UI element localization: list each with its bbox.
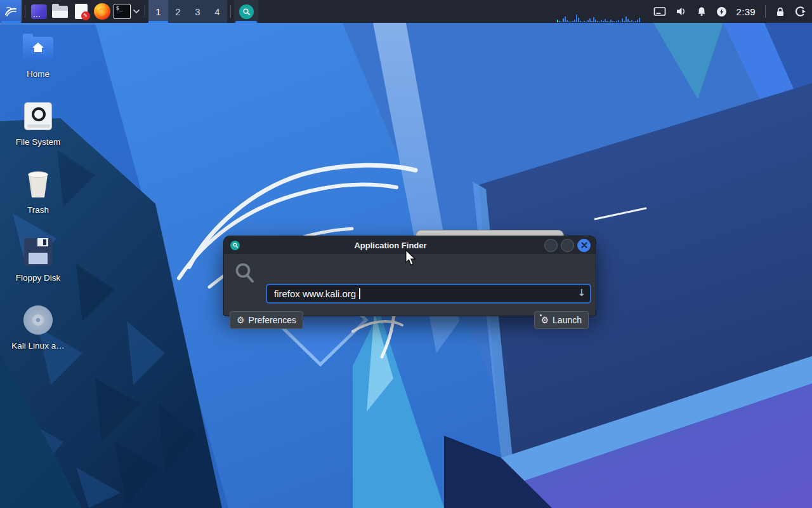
net-graph-bar [570, 22, 572, 22]
file-system-drive-icon [24, 102, 52, 130]
net-graph-bar [624, 21, 625, 22]
desktop-icon-label: Trash [8, 205, 69, 215]
net-graph-bar [612, 21, 613, 22]
workspace-button-4[interactable]: 4 [207, 0, 227, 23]
net-graph-bar [627, 19, 629, 22]
net-graph-bar [589, 18, 591, 22]
net-graph-bar [639, 18, 640, 22]
net-graph-bar [580, 21, 581, 22]
firefox-icon [94, 3, 110, 20]
desktop-icon-trash[interactable]: Trash [8, 169, 69, 215]
net-graph-bar [608, 22, 610, 22]
desktop-icon-kali-cd[interactable]: Kali Linux a… [8, 305, 69, 351]
panel-separator [145, 5, 145, 18]
close-button[interactable] [577, 239, 591, 252]
workspace-button-1[interactable]: 1 [148, 0, 168, 23]
net-graph-bar [587, 20, 589, 22]
launch-button[interactable]: ⚙ Launch [534, 311, 589, 329]
net-graph-bar [620, 22, 621, 22]
notifications-bell-icon[interactable] [697, 6, 707, 17]
text-caret [359, 288, 360, 299]
desktop-icon-label: Floppy Disk [8, 273, 69, 283]
applications-menu-button[interactable] [0, 0, 22, 23]
terminal-icon: $_ [114, 4, 131, 19]
net-graph-bar [625, 17, 627, 22]
mouse-cursor [405, 250, 417, 266]
net-graph-bar [557, 20, 558, 22]
net-graph-bar [591, 21, 593, 22]
close-icon [581, 242, 587, 248]
workspace-button-3[interactable]: 3 [188, 0, 207, 23]
trash-can-icon [24, 170, 52, 199]
launcher-window-app[interactable] [29, 0, 49, 23]
window-icon [230, 241, 240, 250]
kali-logo-icon [3, 4, 18, 19]
dropdown-arrow-icon[interactable]: ↓ [577, 287, 586, 298]
desktop-icon-home[interactable]: Home [8, 33, 69, 79]
launch-label: Launch [553, 315, 582, 325]
net-graph-bar [635, 21, 636, 22]
launcher-file-manager[interactable] [49, 0, 70, 23]
net-graph-bar [633, 22, 634, 22]
net-graph-bar [561, 22, 562, 22]
system-tray: 2:39 [653, 0, 812, 23]
net-graph-bar [565, 17, 566, 22]
workspace-button-2[interactable]: 2 [168, 0, 188, 23]
file-manager-icon [52, 6, 68, 18]
top-panel: ✎ $_ 1 2 3 4 [0, 0, 812, 23]
network-monitor-graph [557, 13, 642, 22]
preferences-label: Preferences [249, 315, 296, 325]
net-graph-bar [578, 18, 579, 22]
net-graph-bar [576, 15, 577, 22]
chevron-down-icon [133, 9, 140, 14]
taskbar-application-finder[interactable] [234, 0, 258, 23]
net-graph-bar [614, 22, 615, 22]
net-graph-bar [574, 20, 575, 22]
desktop-icon-label: Kali Linux a… [8, 341, 69, 351]
net-graph-bar [593, 17, 594, 22]
net-graph-bar [595, 20, 596, 22]
search-input[interactable] [266, 284, 591, 304]
panel-separator [25, 5, 25, 18]
maximize-button[interactable] [561, 239, 574, 252]
volume-icon[interactable] [676, 6, 687, 17]
net-graph-bar [582, 22, 583, 22]
logout-icon[interactable] [795, 6, 806, 17]
net-graph-bar [599, 22, 600, 22]
net-graph-bar [622, 18, 623, 22]
panel-separator [765, 5, 766, 18]
net-graph-bar [566, 20, 568, 22]
application-finder-window: Application Finder ↓ ⚙ Preferences ⚙ [223, 236, 596, 316]
preferences-button[interactable]: ⚙ Preferences [230, 311, 303, 329]
net-graph-bar [559, 21, 560, 22]
desktop-icon-file-system[interactable]: File System [8, 101, 69, 147]
clock[interactable]: 2:39 [737, 6, 756, 17]
net-graph-bar [618, 20, 619, 22]
window-app-icon [31, 4, 47, 19]
desktop-icon-floppy-disk[interactable]: Floppy Disk [8, 237, 69, 283]
launcher-terminal[interactable]: $_ [112, 0, 131, 23]
launcher-text-editor[interactable]: ✎ [70, 0, 91, 23]
gear-icon: ⚙ [237, 316, 245, 324]
net-graph-bar [586, 22, 587, 22]
power-manager-icon[interactable] [716, 6, 727, 17]
cd-disc-icon [23, 305, 53, 335]
application-finder-icon [239, 4, 254, 19]
desktop-icon-label: Home [8, 69, 69, 79]
floppy-disk-icon [24, 238, 52, 266]
minimize-button[interactable] [544, 239, 558, 252]
net-graph-bar [616, 21, 617, 22]
net-graph-bar [603, 21, 604, 22]
net-graph-bar [637, 20, 638, 22]
lock-screen-icon[interactable] [775, 6, 785, 17]
display-icon[interactable] [653, 6, 666, 17]
workspace-switcher: 1 2 3 4 [148, 0, 227, 23]
run-gear-icon: ⚙ [541, 316, 549, 324]
net-graph-bar [606, 21, 608, 22]
net-graph-bar [601, 20, 602, 22]
net-graph-bar [584, 21, 585, 22]
launcher-firefox[interactable] [91, 0, 112, 23]
home-folder-icon [23, 37, 53, 60]
net-graph-bar [597, 21, 598, 22]
terminal-dropdown-button[interactable] [131, 0, 141, 23]
